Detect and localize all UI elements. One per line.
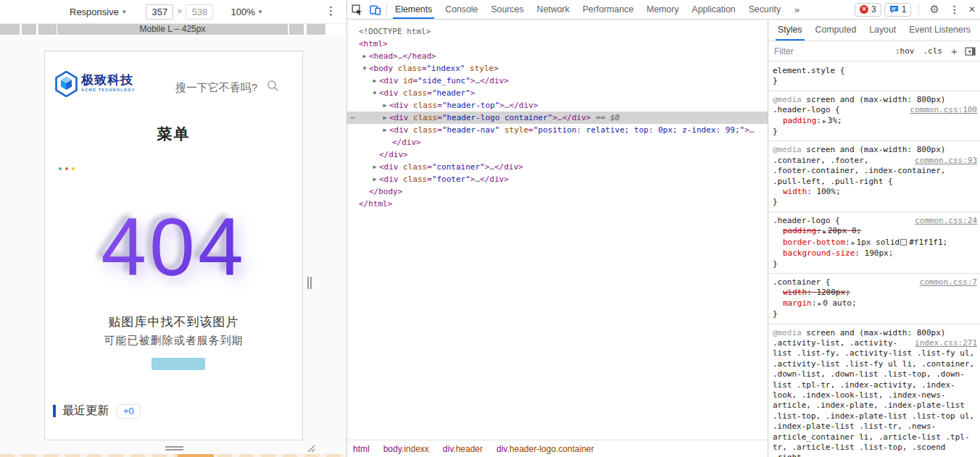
site-logo[interactable]: 极致科技 ACME TECHNOLOGY bbox=[55, 71, 136, 97]
stylesheet-link[interactable]: common.css:100 bbox=[910, 105, 977, 115]
tree-row[interactable]: <html> bbox=[347, 38, 768, 50]
tab-console[interactable]: Console bbox=[439, 0, 484, 19]
collapse-arrow-icon[interactable]: ▼ bbox=[370, 87, 379, 99]
expand-shorthand-icon[interactable]: ▶ bbox=[823, 228, 826, 235]
tab-memory[interactable]: Memory bbox=[640, 0, 685, 19]
carousel-dot[interactable] bbox=[72, 167, 75, 170]
ruler-preset-segment[interactable] bbox=[0, 24, 20, 35]
expand-arrow-icon[interactable]: ▶ bbox=[370, 161, 379, 173]
viewport-resize-handle-bottom[interactable] bbox=[165, 446, 183, 450]
devtools-menu-icon[interactable]: ⋮ bbox=[945, 4, 964, 15]
sidebar-tab-computed[interactable]: Computed bbox=[809, 20, 863, 41]
media-query[interactable]: @media screen and (max-width: 800px) bbox=[773, 145, 977, 155]
carousel-dot[interactable] bbox=[59, 167, 62, 170]
ruler-preset-segment[interactable] bbox=[289, 24, 304, 35]
tab-application[interactable]: Application bbox=[685, 0, 742, 19]
rule-close-brace: } bbox=[773, 197, 977, 207]
ruler-preset-segment[interactable] bbox=[22, 24, 36, 35]
expand-shorthand-icon[interactable]: ▶ bbox=[852, 240, 855, 246]
collapse-arrow-icon[interactable]: ▼ bbox=[360, 62, 369, 75]
tree-row[interactable]: </html> bbox=[347, 198, 768, 210]
device-toolbar-menu-icon[interactable]: ⋮ bbox=[325, 4, 336, 17]
sidebar-tab-event-listeners[interactable]: Event Listeners bbox=[902, 20, 977, 41]
inspect-element-icon[interactable] bbox=[347, 0, 366, 19]
more-tabs-icon[interactable]: » bbox=[787, 4, 807, 15]
styles-filter-input[interactable] bbox=[774, 46, 886, 56]
expand-arrow-icon[interactable]: ▶ bbox=[381, 124, 389, 136]
tree-row[interactable]: </body> bbox=[347, 185, 768, 198]
stylesheet-link[interactable]: common.css:24 bbox=[915, 216, 977, 226]
expand-shorthand-icon[interactable]: ▶ bbox=[823, 118, 826, 125]
tree-row[interactable]: </div> bbox=[347, 136, 768, 148]
toggle-hover-state-button[interactable]: :hov bbox=[895, 46, 915, 56]
css-property[interactable]: width: 100%; bbox=[773, 187, 977, 197]
viewport-resize-handle-right[interactable] bbox=[307, 277, 312, 289]
search-placeholder-text[interactable]: 搜一下它不香吗? bbox=[175, 81, 257, 95]
css-property[interactable]: width: 1200px; bbox=[773, 288, 977, 298]
toggle-device-toolbar-icon[interactable] bbox=[366, 0, 385, 19]
tree-row[interactable]: ▼<div class="header"> bbox=[347, 87, 768, 99]
expand-arrow-icon[interactable]: ▶ bbox=[381, 99, 389, 112]
new-style-rule-button[interactable]: + bbox=[951, 45, 958, 57]
stylesheet-link[interactable]: common.css:93 bbox=[915, 156, 977, 166]
carousel-dot[interactable] bbox=[65, 167, 68, 170]
sidebar-tab-styles[interactable]: Styles bbox=[771, 20, 809, 41]
toggle-class-button[interactable]: .cls bbox=[923, 46, 943, 56]
tab-network[interactable]: Network bbox=[531, 0, 576, 19]
error-action-button[interactable] bbox=[151, 358, 205, 370]
more-sidebar-tabs-icon[interactable]: » bbox=[977, 25, 980, 35]
close-icon[interactable]: ✕ bbox=[967, 4, 980, 14]
sidebar-dock-toggle-icon[interactable] bbox=[965, 47, 976, 56]
carousel-dots[interactable] bbox=[59, 167, 75, 170]
tab-sources[interactable]: Sources bbox=[484, 0, 530, 19]
tree-row[interactable]: ▶<div class="header-top">…</div> bbox=[347, 99, 768, 112]
css-property[interactable]: background-size: 190px; bbox=[773, 248, 977, 259]
expand-arrow-icon[interactable]: ▶ bbox=[360, 50, 369, 62]
rule-selector: common.css:24.header-logo { bbox=[773, 216, 977, 226]
tree-row[interactable]: ▶<div class="footer">…</div> bbox=[347, 173, 768, 185]
viewport-height-input[interactable]: 538 bbox=[186, 4, 213, 20]
section-accent-bar bbox=[53, 405, 56, 417]
css-property[interactable]: margin:▶0 auto; bbox=[773, 298, 977, 309]
tab-elements[interactable]: Elements bbox=[389, 0, 439, 19]
overflow-marker[interactable]: ⋯ bbox=[350, 112, 356, 124]
ruler-preset-segment[interactable] bbox=[38, 24, 57, 35]
color-swatch[interactable] bbox=[900, 239, 907, 246]
media-query[interactable]: @media screen and (max-width: 800px) bbox=[773, 328, 977, 338]
css-property[interactable]: border-bottom:▶1px solid#f1f1f1; bbox=[773, 238, 977, 248]
ruler-preset-mobile-l[interactable]: Mobile L – 425px bbox=[57, 24, 288, 35]
breadcrumb-item[interactable]: div.header bbox=[443, 444, 483, 454]
css-property[interactable]: padding:▶20px 0; bbox=[773, 226, 977, 237]
tree-row[interactable]: ▼<body class="indexx" style> bbox=[347, 62, 768, 75]
device-mode-dropdown[interactable]: Responsive ▾ bbox=[70, 7, 125, 17]
tree-row[interactable]: ▶<div class="header-nav" style="position… bbox=[347, 124, 768, 136]
sidebar-tab-layout[interactable]: Layout bbox=[863, 20, 902, 41]
console-messages-badge[interactable]: 1 bbox=[884, 3, 912, 17]
breadcrumb-item[interactable]: div.header-logo.container bbox=[497, 444, 594, 454]
expand-arrow-icon[interactable]: ▶ bbox=[381, 112, 389, 124]
tree-row-selected[interactable]: ⋯▶<div class="header-logo container">…</… bbox=[347, 112, 768, 124]
tree-row[interactable]: <!DOCTYPE html> bbox=[347, 25, 768, 38]
stylesheet-link[interactable]: common.css:7 bbox=[920, 277, 977, 288]
ruler-preset-segment[interactable] bbox=[307, 24, 325, 35]
tree-row[interactable]: ▶<head>…</head> bbox=[347, 50, 768, 62]
tree-row[interactable]: ▶<div id="side_func">…</div> bbox=[347, 75, 768, 87]
viewport-width-input[interactable]: 357 bbox=[146, 4, 173, 20]
tree-row[interactable]: </div> bbox=[347, 148, 768, 161]
media-query[interactable]: @media screen and (max-width: 800px) bbox=[773, 95, 977, 105]
tree-row[interactable]: ▶<div class="container">…</div> bbox=[347, 161, 768, 173]
tab-performance[interactable]: Performance bbox=[576, 0, 640, 19]
console-errors-badge[interactable]: ✕ 3 bbox=[855, 3, 881, 17]
tab-security[interactable]: Security bbox=[742, 0, 787, 19]
gear-icon[interactable]: ⚙ bbox=[926, 3, 942, 16]
breadcrumb-item[interactable]: html bbox=[353, 444, 370, 454]
zoom-dropdown[interactable]: 100% ▾ bbox=[231, 7, 262, 17]
search-icon[interactable] bbox=[267, 80, 279, 92]
breadcrumb-item[interactable]: body.indexx bbox=[383, 444, 429, 454]
expand-arrow-icon[interactable]: ▶ bbox=[370, 75, 379, 87]
stylesheet-link[interactable]: index.css:271 bbox=[915, 338, 977, 348]
expand-arrow-icon[interactable]: ▶ bbox=[370, 173, 379, 185]
css-property[interactable]: padding:▶3%; bbox=[773, 116, 977, 127]
viewport-resize-handle-corner[interactable] bbox=[304, 441, 315, 453]
expand-shorthand-icon[interactable]: ▶ bbox=[818, 301, 821, 307]
